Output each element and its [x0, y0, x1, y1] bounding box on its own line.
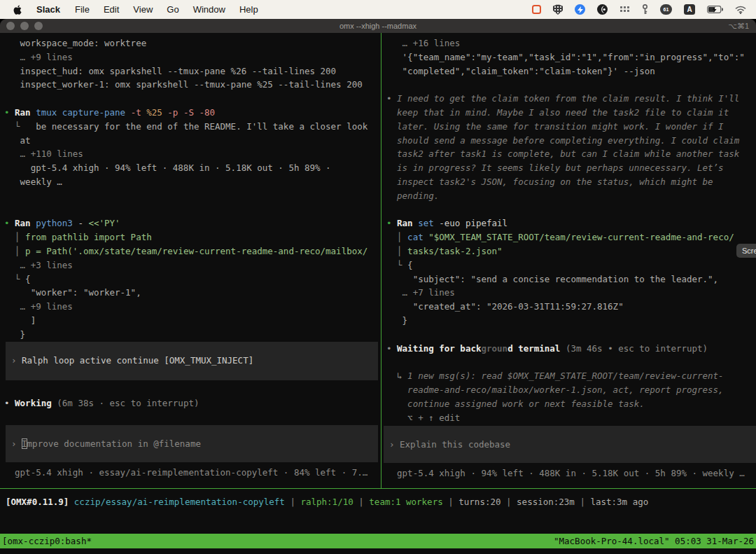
terminal-line: └ be necessary for the end of the README…: [0, 120, 381, 134]
prompt-input-right[interactable]: › Explain this codebase: [384, 426, 756, 463]
terminal-line: [382, 203, 756, 217]
terminal-line: │ from pathlib import Path: [0, 230, 381, 244]
contrast-icon[interactable]: [597, 4, 608, 15]
hud-status-line: [OMX#0.11.9] cczip/essay/ai-reimplementa…: [0, 495, 756, 509]
close-button[interactable]: [6, 22, 15, 30]
menu-item-view[interactable]: View: [126, 4, 160, 15]
terminal-line: gpt-5.4 xhigh · 94% left · 488K in · 5.1…: [0, 161, 381, 175]
terminal-line: • Ran python3 - <<'PY': [0, 216, 381, 230]
terminal-line: › Improve documentation in @filename: [6, 437, 201, 451]
terminal-line: workspace_mode: worktree: [0, 36, 381, 50]
dots-grid-icon[interactable]: [620, 6, 630, 13]
terminal-line: › Ralph loop active continue [OMX_TMUX_I…: [6, 354, 253, 368]
tmux-session-label: [omx-cczip0:bash*: [2, 536, 92, 546]
terminal-line: ↳ 1 new msg(s): read $OMX_TEAM_STATE_ROO…: [382, 369, 756, 383]
terminal-line: • Ran set -euo pipefail: [382, 216, 756, 230]
terminal-line: ]: [0, 314, 381, 328]
terminal-line: should send a message before completing …: [382, 134, 756, 148]
terminal-line: • I need to get the claim token from the…: [382, 92, 756, 106]
battery-icon[interactable]: [707, 6, 723, 13]
terminal-line: … +9 lines: [0, 300, 381, 314]
recording-icon[interactable]: [532, 5, 541, 14]
pane-left-rows: workspace_mode: worktree … +9 lines insp…: [0, 33, 381, 480]
pane-right-rows: … +16 lines '{"team_name":"my-team","tas…: [382, 33, 756, 480]
letter-a-icon[interactable]: A: [684, 4, 695, 15]
key-icon[interactable]: [642, 4, 648, 15]
menu-bar: SlackFileEditViewGoWindowHelp 61: [0, 0, 756, 19]
terminal-line: keep that in mind. Maybe I also need the…: [382, 106, 756, 120]
menu-item-help[interactable]: Help: [232, 4, 265, 15]
badge-61-icon[interactable]: 61: [660, 4, 672, 15]
terminal: workspace_mode: worktree … +9 lines insp…: [0, 33, 756, 554]
apple-menu[interactable]: [0, 4, 29, 15]
bolt-circle-icon[interactable]: [575, 4, 585, 15]
hud-status-pane: [OMX#0.11.9] cczip/essay/ai-reimplementa…: [0, 488, 756, 509]
screenshot-tooltip: Scre: [736, 244, 756, 258]
terminal-line: [0, 203, 381, 217]
window-shortcut: ⌥⌘1: [728, 22, 749, 31]
ralph-loop-box: › Ralph loop active continue [OMX_TMUX_I…: [6, 342, 378, 380]
terminal-line: weekly …: [0, 175, 381, 189]
menu-item-edit[interactable]: Edit: [97, 4, 126, 15]
terminal-line: readme-and-reco/mailbox/worker-1.json, a…: [382, 383, 756, 397]
terminal-line: • Ran tmux capture-pane -t %25 -p -S -80: [0, 106, 381, 120]
terminal-line: [382, 328, 756, 342]
terminal-line: … +3 lines: [0, 258, 381, 272]
terminal-line: [0, 189, 381, 203]
terminal-line: inspect_hud: omx sparkshell --tmux-pane …: [0, 64, 381, 78]
menu-status-icons: 61 A: [532, 4, 756, 15]
terminal-line: [OMX#0.11.9] cczip/essay/ai-reimplementa…: [0, 495, 756, 509]
terminal-line: continue assigned work or next feasible …: [382, 397, 756, 411]
minimize-button[interactable]: [20, 22, 29, 30]
menu-item-file[interactable]: File: [68, 4, 97, 15]
terminal-line: … +7 lines: [382, 286, 756, 300]
window-titlebar: omx --xhigh --madmax ⌥⌘1: [0, 19, 756, 33]
terminal-line: • Working (6m 38s · esc to interrupt): [0, 396, 381, 410]
pane-right: … +16 lines '{"team_name":"my-team","tas…: [382, 33, 756, 488]
terminal-line: inspect_worker-1: omx sparkshell --tmux-…: [0, 78, 381, 92]
terminal-line: └ {: [382, 258, 756, 272]
terminal-line: └ {: [0, 272, 381, 286]
tmux-status-bar: [omx-cczip0:bash* "MacBook-Pro-44.local"…: [0, 534, 756, 548]
terminal-line: [0, 92, 381, 106]
terminal-line: pending.: [382, 189, 756, 203]
terminal-line: gpt-5.4 xhigh · 94% left · 488K in · 5.1…: [382, 466, 756, 480]
terminal-line: │ cat "$OMX_TEAM_STATE_ROOT/team/review-…: [382, 230, 756, 244]
traffic-lights: [6, 22, 43, 30]
terminal-line: inspect task2's JSON, focusing on the st…: [382, 175, 756, 189]
zoom-button[interactable]: [34, 22, 43, 30]
apple-logo-icon: [13, 4, 22, 15]
tmux-host-clock: "MacBook-Pro-44.local" 05:03 31-Mar-26: [554, 536, 754, 546]
terminal-line: [382, 78, 756, 92]
terminal-line: • Waiting for background terminal (3m 46…: [382, 342, 756, 356]
pane-left: workspace_mode: worktree … +9 lines insp…: [0, 33, 382, 488]
terminal-line: is in progress? It seems likely but perh…: [382, 161, 756, 175]
terminal-line: "worker": "worker-1",: [0, 286, 381, 300]
terminal-line: later. Using the same for transition mig…: [382, 120, 756, 134]
terminal-line: … +110 lines: [0, 147, 381, 161]
shield-grid-icon[interactable]: [553, 4, 563, 15]
terminal-line: gpt-5.4 xhigh · essay/ai-reimplementatio…: [0, 466, 381, 480]
terminal-line: at: [0, 134, 381, 148]
terminal-line: [382, 355, 756, 369]
menu-item-slack[interactable]: Slack: [29, 4, 68, 15]
terminal-line: … +9 lines: [0, 50, 381, 64]
wifi-icon[interactable]: [735, 6, 746, 14]
terminal-line: "completed","claim_token":"claim-token"}…: [382, 64, 756, 78]
prompt-input-left[interactable]: › Improve documentation in @filename: [6, 425, 378, 462]
terminal-line: }: [0, 328, 381, 342]
menu-item-go[interactable]: Go: [160, 4, 186, 15]
bolt-glyph: [578, 6, 583, 13]
terminal-line: '{"team_name":"my-team","task_id":"1","f…: [382, 50, 756, 64]
menu-item-window[interactable]: Window: [186, 4, 232, 15]
terminal-line: task2 after task1 is complete, but can I…: [382, 147, 756, 161]
terminal-line: › Explain this codebase: [384, 438, 510, 452]
terminal-line: │ tasks/task-2.json": [382, 244, 756, 258]
window-title: omx --xhigh --madmax: [0, 22, 756, 30]
terminal-line: │ p = Path('.omx/state/team/review-curre…: [0, 244, 381, 258]
terminal-line: "created_at": "2026-03-31T11:59:27.816Z": [382, 300, 756, 314]
terminal-line: }: [382, 314, 756, 328]
terminal-line: "subject": "send a concise recommendatio…: [382, 272, 756, 286]
terminal-line: … +16 lines: [382, 36, 756, 50]
screen: SlackFileEditViewGoWindowHelp 61: [0, 0, 756, 554]
